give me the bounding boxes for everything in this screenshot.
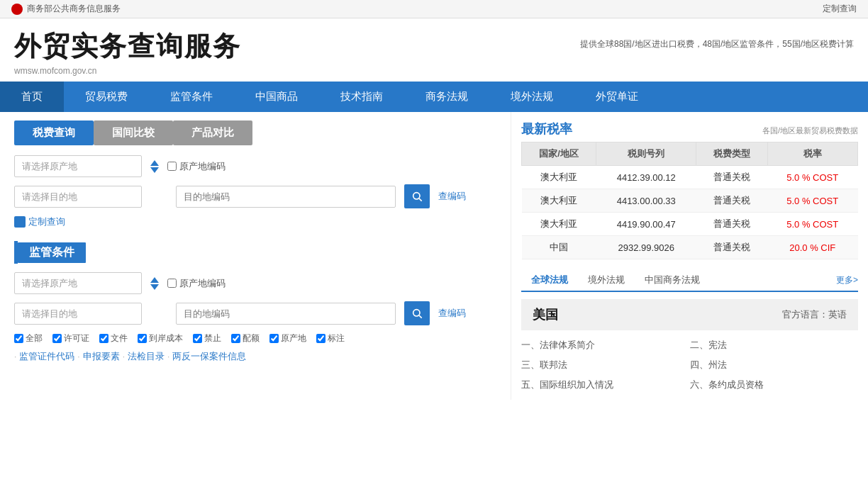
cell-code: 4413.00.00.33 (596, 189, 696, 213)
cell-rate: 5.0 % COST (767, 189, 857, 213)
svg-line-3 (419, 315, 422, 318)
origin-code-checkbox[interactable] (167, 162, 177, 171)
tab-tax-query[interactable]: 税费查询 (14, 120, 94, 145)
supervision-origin-select[interactable]: 请选择原产地 (14, 272, 142, 294)
tax-section: 税费查询 国间比较 产品对比 请选择原产地 原产地编码 (14, 120, 496, 228)
law-tab-global[interactable]: 全球法规 (521, 269, 578, 292)
bullet-2: · (77, 352, 79, 362)
custom-query-text[interactable]: 定制查询 (28, 215, 65, 228)
col-country: 国家/地区 (522, 142, 596, 166)
cell-country: 澳大利亚 (522, 189, 596, 213)
link-supervision-code[interactable]: 监管证件代码 (19, 350, 74, 363)
table-row: 中国2932.99.9026普通关税20.0 % CIF (522, 236, 858, 259)
right-panel: 最新税率 各国/地区最新贸易税费数据 国家/地区 税则号列 税费类型 税率 澳大… (511, 112, 868, 400)
checkbox-doc[interactable]: 文件 (99, 332, 128, 344)
checkbox-landing-cost[interactable]: 到岸成本 (138, 332, 183, 344)
nav-item-tech-guide[interactable]: 技术指南 (319, 82, 404, 112)
supervision-dest-code-input[interactable] (176, 303, 396, 325)
supervision-search-button[interactable] (404, 301, 430, 325)
svg-point-0 (413, 193, 420, 199)
law-link-1[interactable]: 一、法律体系简介 (521, 339, 690, 352)
cell-type: 普通关税 (696, 166, 767, 189)
checkbox-marking[interactable]: 标注 (316, 332, 345, 344)
nav-item-supervision[interactable]: 监管条件 (149, 82, 234, 112)
cell-code: 2932.99.9026 (596, 236, 696, 259)
checkbox-ban[interactable]: 禁止 (193, 332, 221, 344)
col-rate: 税率 (767, 142, 857, 166)
supervision-arrow-down-icon (150, 284, 159, 290)
checkbox-origin[interactable]: 原产地 (269, 332, 306, 344)
tax-dest-row: 请选择目的地 查编码 (14, 184, 496, 208)
site-title: 外贸实务查询服务 (14, 28, 241, 65)
tax-custom-query-link[interactable]: 定制查询 (14, 215, 496, 228)
transfer-icon[interactable] (150, 160, 159, 173)
supervision-origin-code-text: 原产地编码 (179, 277, 226, 290)
supervision-search-icon (411, 308, 423, 319)
origin-code-checkbox-label: 原产地编码 (167, 160, 226, 173)
main-content: 税费查询 国间比较 产品对比 请选择原产地 原产地编码 (0, 112, 868, 400)
svg-line-1 (419, 198, 422, 201)
table-row: 澳大利亚4419.90.00.47普通关税5.0 % COST (522, 213, 858, 236)
nav-item-china-goods[interactable]: 中国商品 (234, 82, 319, 112)
nav-item-trade-docs[interactable]: 外贸单证 (574, 82, 660, 112)
link-inspection-list[interactable]: 法检目录 (128, 350, 165, 363)
supervision-origin-code-label: 原产地编码 (167, 277, 226, 290)
checkbox-quota[interactable]: 配额 (231, 332, 260, 344)
tax-search-button[interactable] (404, 184, 430, 208)
supervision-section: 监管条件 请选择原产地 原产地编码 请选择目的地 (14, 241, 496, 363)
nav-item-foreign-law[interactable]: 境外法规 (489, 82, 574, 112)
cell-rate: 5.0 % COST (767, 213, 857, 236)
supervision-links: · 监管证件代码 · 申报要素 · 法检目录 · 两反一保案件信息 (14, 350, 496, 363)
law-links: 一、法律体系简介 二、宪法 三、联邦法 四、州法 五、国际组织加入情况 六、条约… (521, 339, 858, 391)
search-icon (411, 191, 423, 202)
supervision-header: 监管条件 (14, 241, 496, 264)
law-link-6[interactable]: 六、条约成员资格 (690, 379, 859, 391)
nav-item-commerce-law[interactable]: 商务法规 (404, 82, 489, 112)
custom-query-topbar[interactable]: 定制查询 (823, 3, 857, 15)
law-link-4[interactable]: 四、州法 (690, 359, 859, 371)
nav-item-trade-tax[interactable]: 贸易税费 (64, 82, 149, 112)
law-link-3[interactable]: 三、联邦法 (521, 359, 690, 371)
supervision-origin-code-checkbox[interactable] (167, 279, 177, 288)
tax-rates-table: 国家/地区 税则号列 税费类型 税率 澳大利亚4412.39.00.12普通关税… (521, 142, 858, 259)
cell-code: 4419.90.00.47 (596, 213, 696, 236)
top-bar: 商务部公共商务信息服务 定制查询 (0, 0, 868, 18)
supervision-query-code-link[interactable]: 查编码 (438, 307, 466, 320)
law-link-5[interactable]: 五、国际组织加入情况 (521, 379, 690, 391)
custom-query-icon (14, 216, 26, 228)
checkbox-all[interactable]: 全部 (14, 332, 43, 344)
supervision-dest-select[interactable]: 请选择目的地 (14, 303, 142, 325)
checkbox-license[interactable]: 许可证 (52, 332, 89, 344)
header-description: 提供全球88国/地区进出口税费，48国/地区监管条件，55国/地区税费计算 (580, 38, 854, 50)
link-declaration-elements[interactable]: 申报要素 (83, 350, 120, 363)
origin-code-label: 原产地编码 (179, 160, 226, 173)
tab-product-compare[interactable]: 产品对比 (173, 120, 252, 145)
tax-dest-select[interactable]: 请选择目的地 (14, 186, 142, 208)
header-left: 外贸实务查询服务 wmsw.mofcom.gov.cn (14, 28, 241, 76)
cell-type: 普通关税 (696, 213, 767, 236)
site-name: 商务部公共商务信息服务 (27, 3, 121, 15)
header: 外贸实务查询服务 wmsw.mofcom.gov.cn 提供全球88国/地区进出… (0, 18, 868, 82)
supervision-dest-row: 请选择目的地 查编码 (14, 301, 496, 325)
law-link-2[interactable]: 二、宪法 (690, 339, 859, 352)
law-more-link[interactable]: 更多> (836, 274, 858, 286)
supervision-checkboxes: 全部 许可证 文件 到岸成本 禁止 配额 原产地 标注 (14, 332, 496, 344)
law-tab-foreign[interactable]: 境外法规 (578, 269, 635, 291)
nav-item-home[interactable]: 首页 (0, 82, 64, 112)
link-anti-dumping[interactable]: 两反一保案件信息 (172, 350, 246, 363)
law-tabs: 全球法规 境外法规 中国商务法规 更多> (521, 269, 858, 292)
mofcom-logo (11, 4, 23, 15)
col-code: 税则号列 (596, 142, 696, 166)
top-bar-left: 商务部公共商务信息服务 (11, 3, 121, 15)
law-tab-china[interactable]: 中国商务法规 (635, 269, 710, 291)
cell-type: 普通关税 (696, 189, 767, 213)
tax-query-code-link[interactable]: 查编码 (438, 190, 466, 203)
tax-rates-subtitle: 各国/地区最新贸易税费数据 (762, 125, 858, 136)
supervision-transfer-icon[interactable] (150, 277, 159, 290)
supervision-arrow-up-icon (150, 277, 159, 283)
bullet-1: · (14, 352, 16, 362)
country-card: 美国 官方语言：英语 (521, 299, 858, 330)
tax-origin-select[interactable]: 请选择原产地 (14, 155, 142, 177)
tab-country-compare[interactable]: 国间比较 (94, 120, 173, 145)
tax-dest-code-input[interactable] (176, 186, 396, 208)
